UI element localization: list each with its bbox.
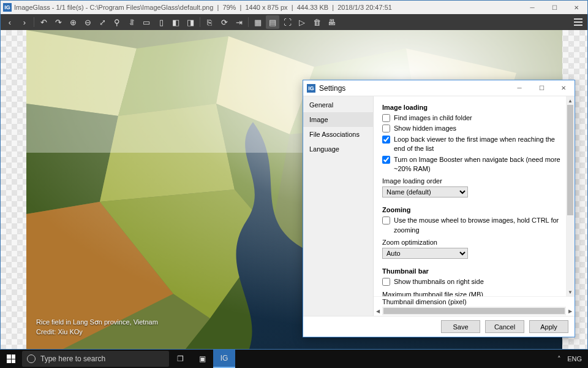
title-path: C:\Program Files\ImageGlass\default.png bbox=[90, 4, 214, 11]
settings-dialog: IG Settings ─ ☐ ✕ General Image File Ass… bbox=[303, 80, 575, 337]
refresh-button[interactable]: ⟳ bbox=[217, 15, 231, 29]
settings-titlebar[interactable]: IG Settings ─ ☐ ✕ bbox=[303, 80, 575, 96]
actual-size-button[interactable]: ⚲ bbox=[110, 15, 124, 29]
scroll-thumb[interactable] bbox=[567, 105, 573, 215]
heading-zooming: Zooming bbox=[382, 206, 566, 213]
label-loading-order: Image loading order bbox=[382, 177, 566, 185]
title-size: 444.33 KB bbox=[297, 4, 328, 11]
checkbox-input[interactable] bbox=[382, 125, 390, 132]
vertical-scrollbar[interactable]: ▲ ▼ bbox=[566, 96, 575, 296]
rotate-right-button[interactable]: ↷ bbox=[51, 15, 65, 29]
title-app: ImageGlass bbox=[14, 4, 50, 11]
system-tray[interactable]: ˄ ENG bbox=[551, 355, 588, 363]
section-thumbnail-bar: Thumbnail bar Show thumbnails on right s… bbox=[382, 267, 566, 296]
label-thumb-dim: Thumbnail dimension (pixel) bbox=[374, 298, 467, 305]
thumbnail-bar-button[interactable]: ▤ bbox=[266, 15, 279, 29]
cancel-button[interactable]: Cancel bbox=[485, 320, 524, 333]
slideshow-button[interactable]: ▷ bbox=[295, 15, 309, 29]
hscroll-left-icon[interactable]: ◀ bbox=[374, 307, 382, 315]
delete-button[interactable]: 🗑 bbox=[310, 15, 323, 29]
settings-close-button[interactable]: ✕ bbox=[552, 82, 575, 95]
menu-button[interactable] bbox=[571, 15, 585, 29]
settings-minimize-button[interactable]: ─ bbox=[508, 82, 530, 95]
checkbox-input[interactable] bbox=[382, 136, 390, 144]
zoom-in-button[interactable]: ⊕ bbox=[66, 15, 80, 29]
image-caption: Rice field in Lang Sơn province, Vietnam… bbox=[36, 318, 158, 337]
taskbar-imageglass[interactable]: IG bbox=[213, 350, 235, 368]
settings-icon: IG bbox=[307, 84, 315, 93]
select-zoom-opt[interactable]: Auto bbox=[382, 248, 468, 259]
save-button[interactable]: Save bbox=[441, 320, 480, 333]
taskbar-app-1[interactable]: ▣ bbox=[191, 350, 213, 368]
close-button[interactable]: ✕ bbox=[565, 1, 587, 14]
title-zoom: 79% bbox=[222, 4, 236, 11]
checkbox-label: Show hidden images bbox=[394, 124, 456, 133]
open-button[interactable]: ⎘ bbox=[203, 15, 216, 29]
heading-thumbnail-bar: Thumbnail bar bbox=[382, 267, 566, 275]
zoom-out-button[interactable]: ⊖ bbox=[81, 15, 94, 29]
hscroll-right-icon[interactable]: ▶ bbox=[566, 307, 575, 315]
fullscreen-button[interactable]: ⛶ bbox=[281, 15, 294, 29]
goto-button[interactable]: ⇥ bbox=[232, 15, 246, 29]
settings-maximize-button[interactable]: ☐ bbox=[530, 82, 552, 95]
checkbox-input[interactable] bbox=[382, 156, 390, 164]
window-fit-button[interactable]: ◧ bbox=[169, 15, 183, 29]
checkbox-image-booster[interactable]: Turn on Image Booster when navigate back… bbox=[382, 155, 566, 174]
section-zooming: Zooming Use the mouse wheel to browse im… bbox=[382, 206, 566, 259]
taskbar-search[interactable]: Type here to search bbox=[22, 351, 169, 367]
checkbox-label: Find images in child folder bbox=[394, 113, 472, 123]
app-icon: IG bbox=[3, 3, 12, 12]
checkbox-thumb-right[interactable]: Show thumbnails on right side bbox=[382, 277, 566, 286]
prev-image-button[interactable]: ‹ bbox=[3, 15, 17, 29]
tray-chevron-icon[interactable]: ˄ bbox=[557, 355, 561, 363]
checkbox-show-hidden[interactable]: Show hidden images bbox=[382, 124, 566, 133]
minimize-button[interactable]: ─ bbox=[521, 1, 543, 14]
scroll-up-icon[interactable]: ▲ bbox=[566, 96, 575, 105]
settings-title: Settings bbox=[319, 84, 345, 93]
checkbox-label: Use the mouse wheel to browse images, ho… bbox=[394, 216, 566, 235]
auto-zoom-button[interactable]: ◨ bbox=[184, 15, 197, 29]
heading-image-loading: Image loading bbox=[382, 104, 566, 111]
checkbox-label: Show thumbnails on right side bbox=[394, 277, 484, 286]
checkerboard-button[interactable]: ▦ bbox=[251, 15, 265, 29]
rotate-left-button[interactable]: ↶ bbox=[37, 15, 50, 29]
fit-width-button[interactable]: ▭ bbox=[140, 15, 153, 29]
fit-height-button[interactable]: ▯ bbox=[154, 15, 168, 29]
print-button[interactable]: 🖶 bbox=[325, 15, 338, 29]
start-button[interactable] bbox=[0, 350, 22, 368]
apply-button[interactable]: Apply bbox=[529, 320, 568, 333]
caption-line1: Rice field in Lang Sơn province, Vietnam bbox=[36, 318, 158, 327]
next-image-button[interactable]: › bbox=[18, 15, 31, 29]
checkbox-input[interactable] bbox=[382, 114, 390, 122]
sidebar-item-file-associations[interactable]: File Associations bbox=[303, 127, 373, 142]
task-view-button[interactable]: ❐ bbox=[169, 350, 191, 368]
zoom-fit-button[interactable]: ⤢ bbox=[96, 15, 109, 29]
hscroll-thumb[interactable] bbox=[383, 308, 565, 314]
checkbox-find-child-folder[interactable]: Find images in child folder bbox=[382, 113, 566, 123]
label-zoom-opt: Zoom optimization bbox=[382, 239, 566, 246]
toolbar: ‹ › ↶ ↷ ⊕ ⊖ ⤢ ⚲ ⥯ ▭ ▯ ◧ ◨ ⎘ ⟳ ⇥ ▦ ▤ ⛶ ▷ … bbox=[1, 14, 587, 30]
app-titlebar[interactable]: IG ImageGlass - 1/1 file(s) - C:\Program… bbox=[1, 1, 587, 14]
settings-sidebar: General Image File Associations Language bbox=[303, 96, 374, 316]
scroll-down-icon[interactable]: ▼ bbox=[566, 288, 575, 296]
settings-content: Image loading Find images in child folde… bbox=[374, 96, 575, 296]
section-image-loading: Image loading Find images in child folde… bbox=[382, 104, 566, 197]
checkbox-loop-back[interactable]: Loop back viewer to the first image when… bbox=[382, 135, 566, 154]
lock-zoom-button[interactable]: ⥯ bbox=[125, 15, 138, 29]
maximize-button[interactable]: ☐ bbox=[543, 1, 565, 14]
caption-line2: Credit: Xiu KOy bbox=[36, 328, 158, 337]
settings-footer: Save Cancel Apply bbox=[303, 316, 575, 337]
sidebar-item-image[interactable]: Image bbox=[303, 112, 373, 127]
windows-logo-icon bbox=[7, 355, 15, 363]
checkbox-input[interactable] bbox=[382, 278, 390, 286]
tray-language[interactable]: ENG bbox=[567, 355, 582, 362]
taskbar: Type here to search ❐ ▣ IG ˄ ENG bbox=[0, 350, 588, 368]
checkbox-input[interactable] bbox=[382, 217, 390, 224]
sidebar-item-language[interactable]: Language bbox=[303, 142, 373, 156]
select-loading-order[interactable]: Name (default) bbox=[382, 186, 468, 197]
checkbox-mouse-wheel[interactable]: Use the mouse wheel to browse images, ho… bbox=[382, 216, 566, 235]
title-date: 2018/1/3 20:47:51 bbox=[337, 4, 392, 11]
sidebar-item-general[interactable]: General bbox=[303, 98, 373, 112]
horizontal-scrollbar[interactable] bbox=[382, 307, 566, 315]
title-counter: 1/1 file(s) bbox=[56, 4, 83, 11]
